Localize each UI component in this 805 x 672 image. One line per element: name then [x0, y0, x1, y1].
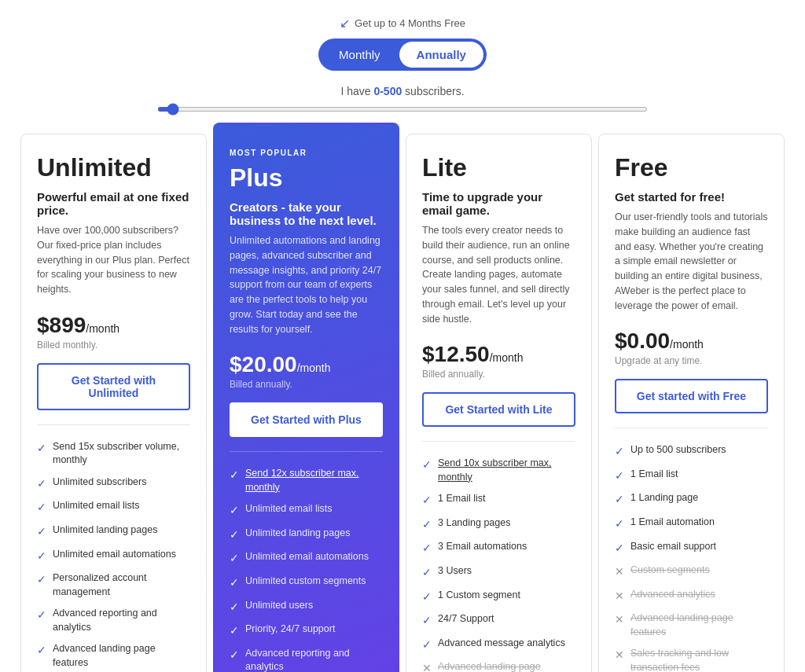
- feature-text: Advanced message analytics: [438, 637, 565, 651]
- feature-text: Sales tracking and low transaction fees: [630, 647, 768, 672]
- plan-features-free: ✓Up to 500 subscribers✓1 Email list✓1 La…: [615, 439, 768, 672]
- plan-billed-plus: Billed annually.: [230, 379, 383, 390]
- feature-text: 1 Landing page: [630, 491, 698, 505]
- plan-price-free: $0.00/month: [615, 329, 768, 354]
- billing-toggle-pill: Monthly Annually: [318, 39, 487, 71]
- check-icon: ✓: [615, 492, 624, 508]
- check-icon: ✓: [37, 441, 46, 457]
- check-icon: ✓: [230, 527, 239, 543]
- plan-divider-free: [615, 428, 768, 428]
- feature-item: ✕Advanced landing page features: [422, 656, 575, 672]
- feature-text: Unlimited email lists: [245, 502, 332, 516]
- check-icon: ✓: [37, 476, 46, 492]
- check-icon: ✓: [422, 541, 432, 556]
- feature-item: ✓Send 15x subscriber volume, monthly: [37, 436, 190, 472]
- feature-item: ✓1 Custom segment: [422, 585, 575, 609]
- feature-text: Send 15x subscriber volume, monthly: [53, 440, 190, 468]
- feature-item: ✕Sales tracking and low transaction fees: [615, 643, 768, 672]
- plan-name-lite: Lite: [422, 153, 575, 182]
- feature-text: 3 Users: [438, 564, 472, 578]
- feature-item: ✓Unlimited users: [230, 595, 383, 619]
- feature-item: ✓Unlimited email lists: [230, 498, 383, 523]
- check-icon: ✓: [615, 468, 624, 484]
- plan-divider-lite: [422, 441, 575, 442]
- feature-text: Up to 500 subscribers: [630, 443, 726, 457]
- feature-text: 3 Landing pages: [438, 516, 510, 531]
- plan-btn-free[interactable]: Get started with Free: [615, 379, 768, 413]
- check-icon: ✓: [230, 623, 239, 639]
- feature-item: ✓Unlimited email automations: [37, 544, 190, 568]
- feature-item: ✓3 Landing pages: [422, 512, 575, 537]
- plan-btn-lite[interactable]: Get Started with Lite: [422, 392, 575, 427]
- feature-text: Unlimited email automations: [245, 550, 369, 564]
- feature-text: Unlimited custom segments: [245, 575, 366, 589]
- check-icon: ✓: [615, 541, 624, 556]
- feature-text: 3 Email automations: [438, 540, 527, 554]
- feature-text: Unlimited email automations: [53, 548, 176, 562]
- feature-item: ✓Send 10x subscriber max, monthly: [422, 453, 575, 488]
- plan-per-unlimited: /month: [86, 322, 119, 335]
- x-icon: ✕: [615, 589, 624, 604]
- check-icon: ✓: [615, 516, 624, 532]
- plan-price-plus: $20.00/month: [230, 352, 383, 377]
- feature-item: ✓1 Email list: [422, 488, 575, 512]
- monthly-toggle-btn[interactable]: Monthly: [322, 42, 398, 68]
- check-icon: ✓: [37, 500, 46, 516]
- feature-item: ✓Basic email support: [615, 536, 768, 560]
- annually-toggle-btn[interactable]: Annually: [399, 42, 483, 68]
- feature-item: ✓Unlimited landing pages: [230, 523, 383, 547]
- check-icon: ✓: [230, 575, 239, 591]
- check-icon: ✓: [230, 600, 239, 615]
- feature-text: Send 12x subscriber max, monthly: [245, 467, 383, 494]
- x-icon: ✕: [615, 648, 624, 663]
- subscriber-prefix: I have: [340, 85, 373, 97]
- plan-tagline-free: Get started for free!: [615, 190, 768, 204]
- plan-billed-lite: Billed annually.: [422, 369, 575, 380]
- feature-text: 1 Custom segment: [438, 589, 520, 603]
- feature-text: Advanced reporting and analytics: [245, 647, 383, 672]
- check-icon: ✓: [37, 549, 46, 564]
- plan-desc-plus: Unlimited automations and landing pages,…: [230, 233, 383, 336]
- feature-item: ✓Priority, 24/7 support: [230, 619, 383, 643]
- feature-text: Advanced analytics: [630, 588, 715, 602]
- plan-name-plus: Plus: [230, 163, 383, 193]
- plan-name-free: Free: [615, 153, 768, 182]
- feature-text: Unlimited email lists: [53, 499, 139, 513]
- plan-features-unlimited: ✓Send 15x subscriber volume, monthly✓Unl…: [37, 436, 190, 672]
- plan-btn-unlimited[interactable]: Get Started with Unlimited: [37, 363, 190, 410]
- check-icon: ✓: [37, 524, 46, 540]
- plan-per-free: /month: [670, 338, 704, 351]
- check-icon: ✓: [422, 493, 432, 509]
- feature-item: ✕Custom segments: [615, 560, 768, 584]
- feature-text: Custom segments: [630, 564, 710, 578]
- feature-item: ✓3 Users: [422, 560, 575, 585]
- feature-item: ✓Personalized account management: [37, 567, 190, 603]
- feature-item: ✓Unlimited landing pages: [37, 520, 190, 544]
- check-icon: ✓: [230, 503, 239, 519]
- feature-text: Unlimited landing pages: [53, 523, 157, 538]
- check-icon: ✓: [230, 468, 239, 483]
- feature-item: ✓Send 12x subscriber max, monthly: [230, 463, 383, 498]
- feature-text: 1 Email list: [630, 468, 678, 482]
- plan-features-plus: ✓Send 12x subscriber max, monthly✓Unlimi…: [230, 463, 383, 672]
- subscriber-slider[interactable]: [157, 107, 648, 112]
- feature-text: Advanced reporting and analytics: [53, 607, 190, 634]
- plan-billed-free: Upgrade at any time.: [615, 355, 768, 366]
- check-icon: ✓: [422, 457, 432, 473]
- feature-text: Advanced landing page features: [438, 660, 575, 672]
- x-icon: ✕: [615, 612, 624, 628]
- x-icon: ✕: [422, 661, 432, 672]
- feature-item: ✓Advanced reporting and analytics: [37, 603, 190, 638]
- x-icon: ✕: [615, 564, 624, 580]
- plan-tagline-plus: Creators - take your business to the nex…: [230, 200, 383, 227]
- plan-tagline-unlimited: Powerful email at one fixed price.: [37, 190, 190, 217]
- feature-item: ✓Unlimited email lists: [37, 495, 190, 520]
- feature-text: Advanced landing page features: [630, 611, 768, 639]
- check-icon: ✓: [37, 608, 46, 623]
- plan-divider-unlimited: [37, 424, 190, 425]
- feature-item: ✓1 Email list: [615, 464, 768, 488]
- plan-card-plus: MOST POPULARPlusCreators - take your bus…: [213, 123, 399, 672]
- feature-item: ✓Advanced message analytics: [422, 633, 575, 657]
- plan-btn-plus[interactable]: Get Started with Plus: [230, 402, 383, 437]
- feature-text: Send 10x subscriber max, monthly: [438, 457, 575, 484]
